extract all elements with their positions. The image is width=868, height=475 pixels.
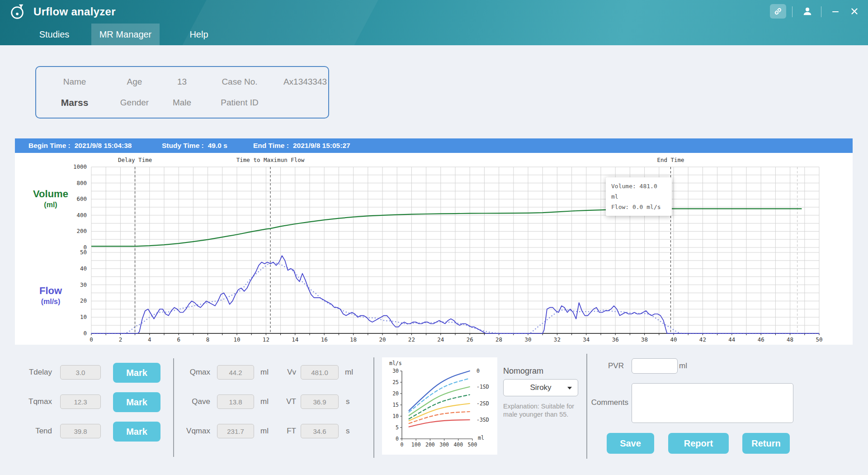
svg-text:34: 34 [583, 336, 590, 343]
svg-text:ml/s: ml/s [389, 360, 402, 366]
svg-text:Time to Maximun Flow: Time to Maximun Flow [236, 157, 305, 163]
svg-text:46: 46 [758, 336, 764, 343]
tab-help[interactable]: Help [177, 24, 221, 45]
svg-text:24: 24 [437, 336, 444, 343]
svg-text:200: 200 [76, 228, 87, 234]
study-time-label: Study Time : [162, 142, 204, 149]
nomogram-svg: 0510152025300100200300400500ml/sml0-1SD-… [382, 357, 497, 455]
patient-gender-value: Male [160, 98, 203, 108]
vt-input[interactable] [301, 394, 339, 409]
svg-text:48: 48 [787, 336, 793, 343]
svg-text:200: 200 [425, 442, 435, 448]
minimize-button[interactable] [827, 4, 844, 19]
tend-label: Tend [14, 424, 52, 438]
svg-text:2: 2 [119, 336, 123, 343]
ft-input[interactable] [301, 424, 339, 438]
title-bar: Urflow analyzer [0, 0, 868, 45]
comments-label: Comments [583, 395, 628, 410]
link-icon[interactable] [770, 4, 786, 19]
pvr-input[interactable] [632, 358, 678, 374]
qave-unit: ml [260, 394, 269, 409]
study-time: Study Time :49.0 s [162, 138, 227, 153]
close-button[interactable] [846, 4, 863, 19]
main-nav: Studies MR Manager Help [0, 24, 868, 45]
patient-name-value: Marss [41, 97, 108, 108]
svg-text:300: 300 [439, 442, 449, 448]
mark-tqmax-button[interactable]: Mark [113, 392, 160, 412]
qmax-label: Qmax [176, 365, 210, 380]
svg-text:30: 30 [392, 368, 399, 374]
svg-text:50: 50 [80, 249, 87, 256]
svg-text:40: 40 [80, 265, 87, 272]
svg-text:44: 44 [728, 336, 735, 343]
vv-unit: ml [345, 365, 353, 380]
tqmax-input[interactable] [60, 394, 101, 409]
vv-input[interactable] [301, 365, 339, 380]
svg-text:400: 400 [76, 212, 87, 218]
uroflow-chart-panel[interactable]: Volume (ml) Flow (ml/s) 0200400600800100… [15, 153, 853, 345]
svg-text:18: 18 [350, 336, 357, 343]
svg-text:0: 0 [401, 442, 404, 448]
svg-text:6: 6 [177, 336, 180, 343]
titlebar-separator [792, 6, 793, 17]
end-time-label: End Time : [253, 142, 289, 149]
comments-textarea[interactable] [632, 383, 793, 423]
mark-tend-button[interactable]: Mark [113, 422, 160, 442]
section-divider [373, 357, 374, 458]
svg-text:0: 0 [90, 336, 93, 343]
svg-text:400: 400 [453, 442, 463, 448]
vqmax-input[interactable] [217, 424, 254, 438]
end-time: End Time :2021/9/8 15:05:27 [253, 138, 350, 153]
nomogram-explanation: Explanation: Suitable for male younger t… [503, 403, 584, 418]
vt-label: VT [274, 394, 296, 409]
patient-info-card: Name Age 13 Case No. Ax1343343 Marss Gen… [35, 66, 329, 119]
svg-text:0: 0 [476, 368, 480, 374]
flow-volume-chart[interactable]: 0200400600800100001020304050024681012141… [15, 153, 853, 345]
svg-text:32: 32 [554, 336, 561, 343]
svg-text:30: 30 [80, 281, 87, 288]
qave-input[interactable] [217, 394, 254, 409]
patient-gender-label: Gender [108, 98, 160, 108]
bottom-panel: Tdelay Mark Tqmax Mark Tend Mark Qmax ml… [0, 345, 868, 475]
save-button[interactable]: Save [607, 433, 654, 454]
svg-text:8: 8 [206, 336, 210, 343]
svg-text:16: 16 [321, 336, 328, 343]
svg-text:22: 22 [408, 336, 415, 343]
return-button[interactable]: Return [742, 433, 790, 454]
qmax-input[interactable] [217, 365, 254, 380]
nomogram-title: Nomogram [503, 366, 543, 376]
nomogram-select[interactable]: Siroky [503, 379, 578, 396]
app-window: Urflow analyzer [0, 0, 868, 475]
tab-studies[interactable]: Studies [27, 24, 81, 45]
patient-id-label: Patient ID [203, 98, 276, 108]
user-icon[interactable] [799, 4, 816, 19]
svg-text:800: 800 [76, 180, 87, 186]
svg-text:ml: ml [478, 435, 484, 441]
svg-text:10: 10 [233, 336, 240, 343]
chart-tooltip: Volume: 481.0 ml Flow: 0.0 ml/s [606, 177, 672, 216]
svg-text:14: 14 [292, 336, 298, 343]
tab-mr-manager[interactable]: MR Manager [91, 24, 160, 45]
tend-input[interactable] [60, 424, 101, 438]
svg-text:10: 10 [80, 314, 87, 320]
svg-text:25: 25 [392, 379, 399, 385]
qmax-unit: ml [260, 365, 269, 380]
begin-time-label: Begin Time : [28, 142, 71, 149]
patient-case-label: Case No. [203, 77, 276, 87]
ft-label: FT [274, 424, 296, 438]
svg-text:0: 0 [396, 436, 399, 442]
tqmax-label: Tqmax [14, 394, 52, 409]
report-button[interactable]: Report [668, 433, 729, 454]
svg-text:20: 20 [392, 390, 399, 397]
svg-text:5: 5 [396, 424, 399, 431]
pvr-unit: ml [679, 359, 687, 373]
tooltip-flow-line: Flow: 0.0 ml/s [611, 202, 666, 212]
mark-tdelay-button[interactable]: Mark [113, 363, 160, 383]
svg-text:Delay Time: Delay Time [118, 157, 152, 163]
vqmax-label: Vqmax [176, 424, 210, 438]
begin-time: Begin Time :2021/9/8 15:04:38 [28, 138, 132, 153]
svg-text:-1SD: -1SD [476, 384, 489, 390]
svg-text:-2SD: -2SD [476, 400, 489, 407]
study-time-bar: Begin Time :2021/9/8 15:04:38 Study Time… [15, 138, 853, 153]
tdelay-input[interactable] [60, 365, 101, 380]
